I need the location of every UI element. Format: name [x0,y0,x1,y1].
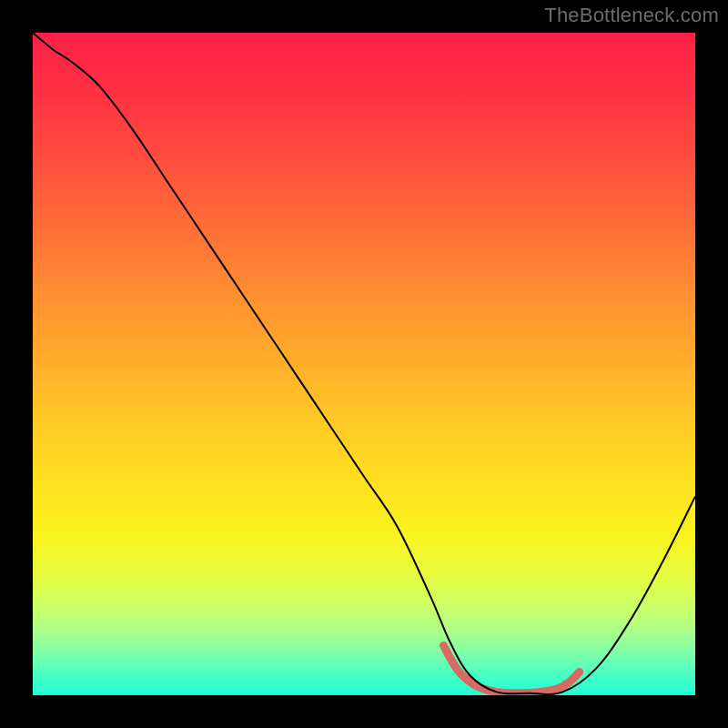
chart-frame: TheBottleneck.com [0,0,728,728]
plot-area [33,33,695,695]
watermark-text: TheBottleneck.com [544,4,719,27]
bottleneck-curve [33,33,695,694]
curve-layer [33,33,695,695]
highlight-segment [443,645,579,693]
